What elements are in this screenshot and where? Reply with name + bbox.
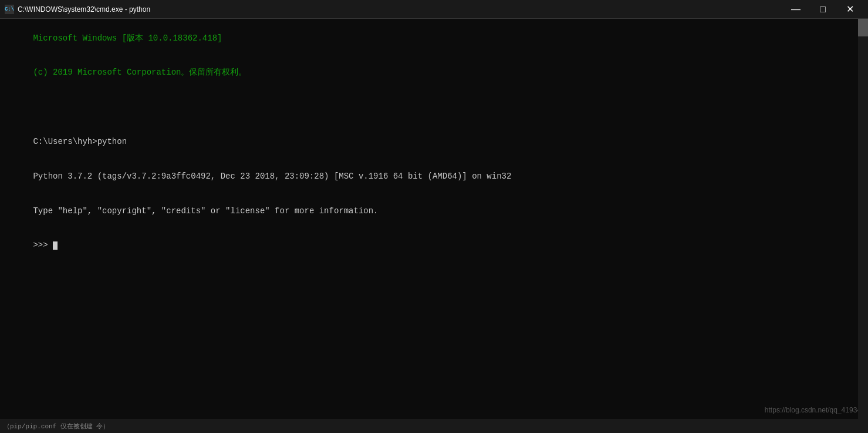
console-line-3 [4,90,864,125]
close-button[interactable]: ✕ [836,0,863,19]
console-line-4: C:\Users\hyh>python [4,125,864,159]
console-line-1: Microsoft Windows [版本 10.0.18362.418] [4,21,864,56]
scrollbar[interactable] [858,19,868,419]
line4-text: C:\Users\hyh>python [33,137,127,146]
scrollbar-thumb[interactable] [858,19,868,36]
minimize-button[interactable]: — [782,0,809,19]
maximize-button[interactable]: □ [809,0,836,19]
console-line-6: Type "help", "copyright", "credits" or "… [4,194,864,229]
cursor [53,241,58,250]
line6-text: Type "help", "copyright", "credits" or "… [33,206,378,216]
title-bar-left: C:\ C:\WINDOWS\system32\cmd.exe - python [5,5,150,14]
prompt-text: >>> [33,240,53,250]
watermark: https://blog.csdn.net/qq_41934 [765,406,861,414]
cmd-window: C:\ C:\WINDOWS\system32\cmd.exe - python… [0,0,868,433]
console-area[interactable]: Microsoft Windows [版本 10.0.18362.418] (c… [0,19,868,419]
console-line-7: >>> [4,229,864,263]
console-line-5: Python 3.7.2 (tags/v3.7.2:9a3ffc0492, De… [4,159,864,194]
line2-text: (c) 2019 Microsoft Corporation。保留所有权利。 [33,68,246,77]
watermark-text: https://blog.csdn.net/qq_41934 [765,406,861,414]
bottom-text: （pip/pip.conf 仅在被创建 令） [4,422,109,431]
bottom-bar: （pip/pip.conf 仅在被创建 令） [0,419,868,433]
line5-text: Python 3.7.2 (tags/v3.7.2:9a3ffc0492, De… [33,172,511,181]
line1-text: Microsoft Windows [版本 10.0.18362.418] [33,33,222,43]
console-line-2: (c) 2019 Microsoft Corporation。保留所有权利。 [4,56,864,90]
cmd-icon: C:\ [5,5,14,14]
title-bar-controls: — □ ✕ [782,0,863,19]
line3-text [33,102,38,112]
title-bar-text: C:\WINDOWS\system32\cmd.exe - python [18,5,150,14]
title-bar: C:\ C:\WINDOWS\system32\cmd.exe - python… [0,0,868,19]
